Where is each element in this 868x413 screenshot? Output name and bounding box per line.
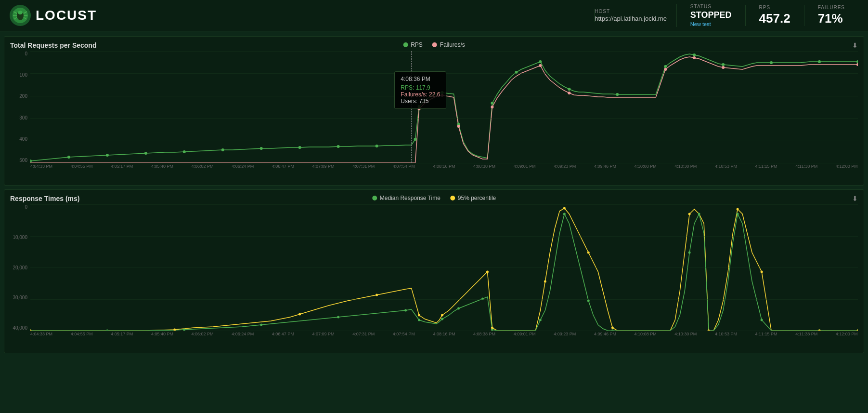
svg-point-74 [544, 280, 546, 283]
svg-point-10 [30, 160, 32, 162]
svg-point-62 [737, 213, 739, 215]
grid-line-100 [30, 141, 858, 141]
rt-grid-40k [30, 204, 858, 205]
svg-point-19 [376, 145, 378, 147]
rps-chart-title: Total Requests per Second [10, 41, 96, 49]
rps-chart-legend: RPS Failures/s [403, 41, 465, 48]
rps-chart-area: 500 400 300 200 100 0 [10, 51, 858, 176]
status-label: STATUS [690, 4, 732, 9]
rps-legend-dot [403, 42, 408, 47]
svg-point-72 [486, 271, 489, 273]
response-x-axis: 4:04:33 PM 4:04:55 PM 4:05:17 PM 4:05:40… [30, 332, 858, 336]
response-chart-legend: Median Response Time 95% percentile [372, 195, 496, 201]
svg-point-12 [106, 154, 109, 157]
svg-point-44 [856, 63, 858, 66]
rt-grid-20k [30, 267, 858, 268]
svg-point-68 [298, 313, 301, 316]
svg-point-73 [491, 327, 493, 329]
response-chart-area: 40,000 30,000 20,000 10,000 0 [10, 204, 858, 344]
failures-legend-label: Failures/s [440, 41, 465, 48]
p95-legend-dot [450, 196, 455, 200]
failures-section: FAILURES 71% [804, 5, 858, 26]
svg-point-40 [568, 92, 570, 94]
median-legend-item: Median Response Time [372, 195, 440, 201]
svg-point-80 [737, 208, 739, 211]
svg-point-50 [404, 309, 407, 312]
svg-point-41 [664, 68, 667, 71]
logo-area: LOCUST [10, 5, 97, 26]
status-value: STOPPED [690, 10, 732, 20]
header-right: HOST https://api.latihan.jocki.me STATUS… [594, 4, 858, 27]
response-chart-title: Response Times (ms) [10, 195, 79, 202]
rps-x-axis: 4:04:33 PM 4:04:55 PM 4:05:17 PM 4:05:40… [30, 164, 858, 169]
header: LOCUST HOST https://api.latihan.jocki.me… [0, 0, 868, 31]
failures-legend-item: Failures/s [432, 41, 465, 48]
grid-line-0 [30, 163, 858, 163]
rps-legend-label: RPS [411, 41, 423, 48]
failures-value: 71% [818, 11, 845, 26]
logo-text: LOCUST [36, 8, 97, 23]
rt-grid-0 [30, 331, 858, 331]
tooltip-vertical-line [411, 51, 412, 163]
svg-point-16 [260, 147, 263, 150]
status-section: STATUS STOPPED New test [676, 4, 745, 27]
response-chart-container: Response Times (ms) Median Response Time… [4, 189, 864, 353]
response-chart-plot [30, 204, 858, 331]
svg-point-13 [144, 152, 147, 155]
svg-point-39 [539, 64, 542, 67]
svg-point-3 [18, 11, 23, 14]
svg-point-78 [688, 213, 691, 215]
rps-y-axis: 500 400 300 200 100 0 [10, 51, 29, 163]
svg-point-53 [457, 307, 460, 310]
svg-point-63 [761, 319, 763, 321]
svg-point-18 [337, 145, 340, 148]
svg-point-11 [67, 156, 70, 159]
svg-point-35 [418, 107, 421, 110]
svg-point-24 [491, 102, 493, 105]
svg-point-51 [418, 319, 420, 321]
svg-point-69 [376, 294, 378, 296]
svg-point-71 [441, 314, 443, 317]
svg-point-26 [539, 60, 542, 63]
rps-chart-plot: 4:08:36 PM RPS: 117.9 Failures/s: 22.6 U… [30, 51, 858, 163]
svg-point-34 [856, 60, 858, 63]
svg-point-81 [761, 271, 763, 273]
svg-point-70 [418, 314, 420, 317]
svg-point-30 [693, 53, 696, 56]
svg-point-33 [818, 60, 821, 63]
svg-point-57 [563, 213, 566, 215]
rps-chart-container: Total Requests per Second RPS Failures/s… [4, 36, 864, 186]
svg-point-76 [587, 252, 590, 254]
grid-line-400 [30, 73, 858, 74]
svg-point-49 [337, 316, 339, 319]
svg-point-15 [221, 148, 224, 151]
svg-point-42 [693, 56, 696, 59]
rps-label: RPS [759, 5, 790, 10]
svg-point-14 [183, 150, 186, 153]
charts-area: Total Requests per Second RPS Failures/s… [0, 31, 868, 358]
host-label: HOST [595, 9, 667, 14]
svg-point-29 [664, 65, 667, 68]
grid-line-200 [30, 118, 858, 119]
rt-grid-30k [30, 236, 858, 237]
rt-grid-10k [30, 299, 858, 300]
response-y-axis: 40,000 30,000 20,000 10,000 0 [10, 204, 29, 331]
host-section: HOST https://api.latihan.jocki.me [594, 9, 676, 22]
response-chart-download[interactable]: ⬇ [852, 195, 858, 202]
rps-chart-download[interactable]: ⬇ [852, 41, 858, 49]
svg-point-38 [491, 106, 493, 108]
svg-point-32 [770, 61, 773, 64]
rps-legend-item: RPS [403, 41, 423, 48]
failures-label: FAILURES [818, 5, 845, 10]
grid-line-500 [30, 51, 858, 52]
logo-icon [10, 5, 31, 26]
svg-point-56 [539, 319, 542, 321]
median-legend-dot [372, 196, 377, 200]
svg-point-75 [563, 207, 566, 210]
svg-point-17 [298, 146, 301, 149]
svg-point-58 [587, 300, 590, 302]
new-test-link[interactable]: New test [690, 21, 732, 27]
svg-point-60 [688, 252, 691, 254]
svg-point-43 [722, 66, 725, 69]
failures-legend-dot [432, 42, 437, 47]
